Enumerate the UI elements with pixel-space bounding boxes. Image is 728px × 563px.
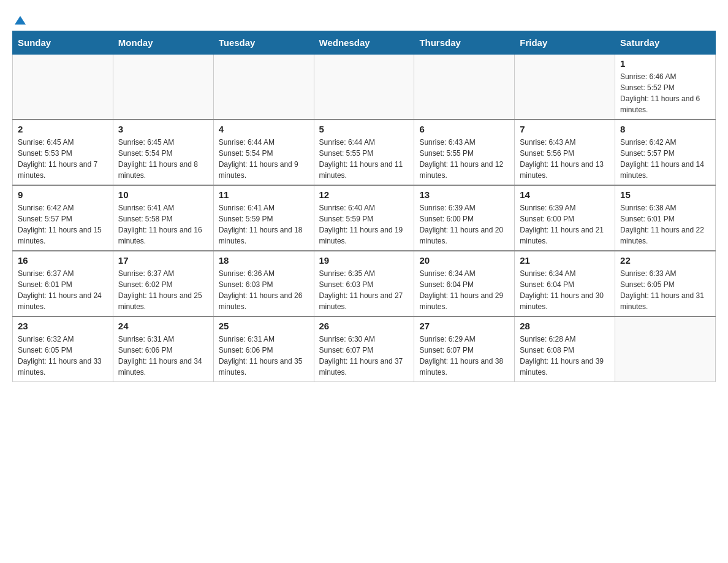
day-number: 18: [219, 255, 309, 266]
calendar-cell: 2Sunrise: 6:45 AMSunset: 5:53 PMDaylight…: [13, 120, 113, 185]
day-number: 1: [620, 58, 710, 69]
day-info: Sunrise: 6:32 AMSunset: 6:05 PMDaylight:…: [18, 334, 108, 378]
calendar-week-row: 1Sunrise: 6:46 AMSunset: 5:52 PMDaylight…: [13, 55, 716, 120]
day-info: Sunrise: 6:43 AMSunset: 5:55 PMDaylight:…: [419, 137, 509, 181]
calendar-cell: 26Sunrise: 6:30 AMSunset: 6:07 PMDayligh…: [314, 316, 414, 382]
day-number: 5: [319, 124, 409, 134]
calendar-cell: 1Sunrise: 6:46 AMSunset: 5:52 PMDaylight…: [615, 55, 716, 120]
day-number: 14: [520, 190, 610, 200]
weekday-header-friday: Friday: [515, 31, 615, 55]
day-info: Sunrise: 6:37 AMSunset: 6:02 PMDaylight:…: [118, 268, 208, 312]
day-number: 7: [520, 124, 610, 134]
calendar-cell: 11Sunrise: 6:41 AMSunset: 5:59 PMDayligh…: [213, 185, 314, 251]
calendar-week-row: 9Sunrise: 6:42 AMSunset: 5:57 PMDaylight…: [13, 185, 716, 251]
header: [12, 12, 716, 25]
calendar-cell: 8Sunrise: 6:42 AMSunset: 5:57 PMDaylight…: [615, 120, 716, 185]
day-number: 23: [18, 321, 108, 331]
day-info: Sunrise: 6:38 AMSunset: 6:01 PMDaylight:…: [620, 202, 710, 247]
day-number: 19: [319, 255, 409, 266]
logo: [12, 12, 27, 25]
calendar-cell: 24Sunrise: 6:31 AMSunset: 6:06 PMDayligh…: [113, 316, 213, 382]
calendar-cell: 14Sunrise: 6:39 AMSunset: 6:00 PMDayligh…: [515, 185, 615, 251]
calendar-cell: 17Sunrise: 6:37 AMSunset: 6:02 PMDayligh…: [113, 251, 213, 316]
day-number: 28: [520, 321, 610, 331]
calendar-cell: 18Sunrise: 6:36 AMSunset: 6:03 PMDayligh…: [213, 251, 314, 316]
day-info: Sunrise: 6:43 AMSunset: 5:56 PMDaylight:…: [520, 137, 610, 181]
day-number: 8: [620, 124, 710, 134]
calendar-cell: 10Sunrise: 6:41 AMSunset: 5:58 PMDayligh…: [113, 185, 213, 251]
day-info: Sunrise: 6:31 AMSunset: 6:06 PMDaylight:…: [118, 334, 208, 378]
day-number: 13: [419, 190, 509, 200]
day-info: Sunrise: 6:35 AMSunset: 6:03 PMDaylight:…: [319, 268, 409, 312]
day-info: Sunrise: 6:41 AMSunset: 5:58 PMDaylight:…: [118, 202, 208, 247]
calendar-cell: 28Sunrise: 6:28 AMSunset: 6:08 PMDayligh…: [515, 316, 615, 382]
calendar-cell: 16Sunrise: 6:37 AMSunset: 6:01 PMDayligh…: [13, 251, 113, 316]
day-number: 21: [520, 255, 610, 266]
calendar-week-row: 16Sunrise: 6:37 AMSunset: 6:01 PMDayligh…: [13, 251, 716, 316]
calendar-cell: 12Sunrise: 6:40 AMSunset: 5:59 PMDayligh…: [314, 185, 414, 251]
calendar-cell: 4Sunrise: 6:44 AMSunset: 5:54 PMDaylight…: [213, 120, 314, 185]
weekday-header-thursday: Thursday: [414, 31, 515, 55]
day-info: Sunrise: 6:29 AMSunset: 6:07 PMDaylight:…: [419, 334, 509, 378]
calendar-cell: [314, 55, 414, 120]
day-info: Sunrise: 6:34 AMSunset: 6:04 PMDaylight:…: [520, 268, 610, 312]
day-info: Sunrise: 6:45 AMSunset: 5:54 PMDaylight:…: [118, 137, 208, 181]
day-info: Sunrise: 6:42 AMSunset: 5:57 PMDaylight:…: [620, 137, 710, 181]
calendar-cell: [213, 55, 314, 120]
calendar-cell: [414, 55, 515, 120]
day-number: 22: [620, 255, 710, 266]
day-info: Sunrise: 6:40 AMSunset: 5:59 PMDaylight:…: [319, 202, 409, 247]
weekday-header-sunday: Sunday: [13, 31, 113, 55]
day-number: 24: [118, 321, 208, 331]
calendar-cell: 15Sunrise: 6:38 AMSunset: 6:01 PMDayligh…: [615, 185, 716, 251]
day-info: Sunrise: 6:28 AMSunset: 6:08 PMDaylight:…: [520, 334, 610, 378]
day-number: 3: [118, 124, 208, 134]
day-info: Sunrise: 6:37 AMSunset: 6:01 PMDaylight:…: [18, 268, 108, 312]
calendar-cell: [615, 316, 716, 382]
calendar-cell: 23Sunrise: 6:32 AMSunset: 6:05 PMDayligh…: [13, 316, 113, 382]
day-info: Sunrise: 6:41 AMSunset: 5:59 PMDaylight:…: [219, 202, 309, 247]
day-number: 20: [419, 255, 509, 266]
weekday-header-row: SundayMondayTuesdayWednesdayThursdayFrid…: [13, 31, 716, 55]
calendar-week-row: 23Sunrise: 6:32 AMSunset: 6:05 PMDayligh…: [13, 316, 716, 382]
day-info: Sunrise: 6:46 AMSunset: 5:52 PMDaylight:…: [620, 71, 710, 115]
calendar-cell: [13, 55, 113, 120]
day-number: 12: [319, 190, 409, 200]
calendar-cell: 7Sunrise: 6:43 AMSunset: 5:56 PMDaylight…: [515, 120, 615, 185]
calendar-cell: [113, 55, 213, 120]
day-info: Sunrise: 6:33 AMSunset: 6:05 PMDaylight:…: [620, 268, 710, 312]
day-number: 2: [18, 124, 108, 134]
day-number: 6: [419, 124, 509, 134]
calendar-cell: 5Sunrise: 6:44 AMSunset: 5:55 PMDaylight…: [314, 120, 414, 185]
day-info: Sunrise: 6:31 AMSunset: 6:06 PMDaylight:…: [219, 334, 309, 378]
calendar-cell: 6Sunrise: 6:43 AMSunset: 5:55 PMDaylight…: [414, 120, 515, 185]
day-number: 11: [219, 190, 309, 200]
day-info: Sunrise: 6:44 AMSunset: 5:55 PMDaylight:…: [319, 137, 409, 181]
day-info: Sunrise: 6:45 AMSunset: 5:53 PMDaylight:…: [18, 137, 108, 181]
weekday-header-saturday: Saturday: [615, 31, 716, 55]
calendar-cell: [515, 55, 615, 120]
weekday-header-monday: Monday: [113, 31, 213, 55]
day-number: 15: [620, 190, 710, 200]
day-info: Sunrise: 6:36 AMSunset: 6:03 PMDaylight:…: [219, 268, 309, 312]
weekday-header-tuesday: Tuesday: [213, 31, 314, 55]
day-info: Sunrise: 6:39 AMSunset: 6:00 PMDaylight:…: [419, 202, 509, 247]
day-number: 10: [118, 190, 208, 200]
day-info: Sunrise: 6:34 AMSunset: 6:04 PMDaylight:…: [419, 268, 509, 312]
calendar-table: SundayMondayTuesdayWednesdayThursdayFrid…: [12, 31, 716, 382]
calendar-cell: 9Sunrise: 6:42 AMSunset: 5:57 PMDaylight…: [13, 185, 113, 251]
calendar-cell: 19Sunrise: 6:35 AMSunset: 6:03 PMDayligh…: [314, 251, 414, 316]
calendar-cell: 27Sunrise: 6:29 AMSunset: 6:07 PMDayligh…: [414, 316, 515, 382]
day-number: 4: [219, 124, 309, 134]
svg-marker-0: [15, 16, 26, 25]
calendar-cell: 13Sunrise: 6:39 AMSunset: 6:00 PMDayligh…: [414, 185, 515, 251]
logo-triangle-icon: [13, 13, 27, 27]
day-info: Sunrise: 6:30 AMSunset: 6:07 PMDaylight:…: [319, 334, 409, 378]
day-number: 25: [219, 321, 309, 331]
day-info: Sunrise: 6:44 AMSunset: 5:54 PMDaylight:…: [219, 137, 309, 181]
day-number: 26: [319, 321, 409, 331]
day-info: Sunrise: 6:39 AMSunset: 6:00 PMDaylight:…: [520, 202, 610, 247]
day-number: 16: [18, 255, 108, 266]
calendar-cell: 25Sunrise: 6:31 AMSunset: 6:06 PMDayligh…: [213, 316, 314, 382]
weekday-header-wednesday: Wednesday: [314, 31, 414, 55]
